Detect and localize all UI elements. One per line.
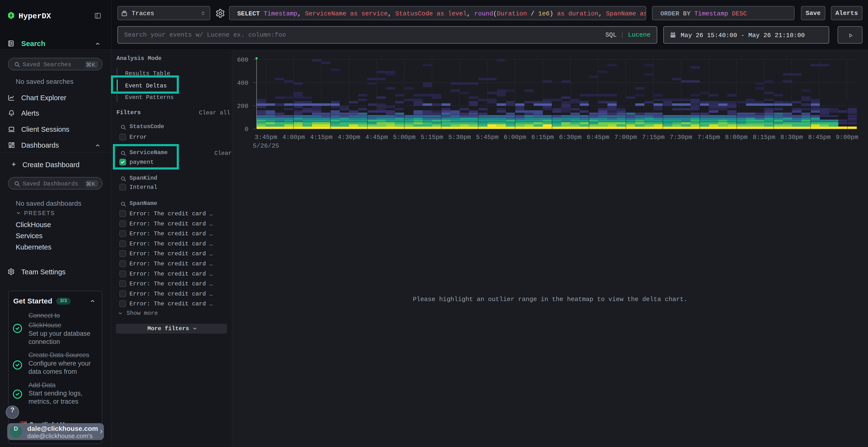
svg-text:6:30pm: 6:30pm bbox=[559, 134, 582, 141]
svg-text:400: 400 bbox=[237, 79, 248, 87]
svg-text:5:45pm: 5:45pm bbox=[476, 134, 499, 141]
svg-text:7:15pm: 7:15pm bbox=[642, 134, 665, 141]
svg-text:5:00pm: 5:00pm bbox=[393, 134, 416, 141]
svg-text:4:00pm: 4:00pm bbox=[282, 134, 305, 141]
svg-text:0: 0 bbox=[245, 126, 248, 133]
svg-text:7:45pm: 7:45pm bbox=[697, 134, 720, 141]
svg-text:5:30pm: 5:30pm bbox=[448, 134, 471, 141]
svg-text:8:00pm: 8:00pm bbox=[725, 134, 748, 141]
svg-text:600: 600 bbox=[237, 56, 248, 64]
svg-text:5/26/25: 5/26/25 bbox=[253, 142, 279, 149]
svg-text:8:30pm: 8:30pm bbox=[780, 134, 803, 141]
svg-text:6:15pm: 6:15pm bbox=[531, 134, 554, 141]
svg-text:9:00pm: 9:00pm bbox=[836, 134, 858, 141]
svg-text:8:15pm: 8:15pm bbox=[753, 134, 775, 141]
svg-text:8:45pm: 8:45pm bbox=[808, 134, 831, 141]
svg-text:200: 200 bbox=[237, 103, 248, 110]
svg-text:4:45pm: 4:45pm bbox=[365, 134, 388, 141]
svg-text:4:15pm: 4:15pm bbox=[310, 134, 333, 141]
svg-text:5:15pm: 5:15pm bbox=[421, 134, 443, 141]
svg-text:7:30pm: 7:30pm bbox=[670, 134, 692, 141]
svg-text:7:00pm: 7:00pm bbox=[614, 134, 637, 141]
svg-text:6:45pm: 6:45pm bbox=[587, 134, 609, 141]
svg-text:4:30pm: 4:30pm bbox=[338, 134, 360, 141]
svg-text:6:00pm: 6:00pm bbox=[504, 134, 526, 141]
svg-text:3:45pm: 3:45pm bbox=[255, 134, 277, 141]
